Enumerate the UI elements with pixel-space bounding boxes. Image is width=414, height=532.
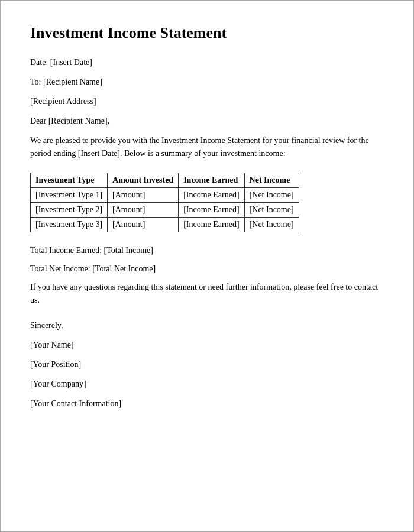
table-cell-1-3: [Net Income]	[244, 202, 299, 217]
col-header-investment-type: Investment Type	[31, 173, 108, 187]
your-name: [Your Name]	[30, 339, 384, 351]
address-line: [Recipient Address]	[30, 95, 384, 108]
table-cell-0-0: [Investment Type 1]	[31, 187, 108, 202]
col-header-income-earned: Income Earned	[179, 173, 244, 187]
salutation: Dear [Recipient Name],	[30, 115, 384, 127]
total-income-line: Total Income Earned: [Total Income]	[30, 244, 384, 257]
table-cell-2-1: [Amount]	[108, 217, 179, 232]
table-cell-0-3: [Net Income]	[244, 187, 299, 202]
table-header-row: Investment Type Amount Invested Income E…	[31, 173, 299, 187]
to-line: To: [Recipient Name]	[30, 76, 384, 88]
your-company: [Your Company]	[30, 378, 384, 390]
table-row: [Investment Type 2][Amount][Income Earne…	[31, 202, 299, 217]
table-cell-1-1: [Amount]	[108, 202, 179, 217]
intro-paragraph: We are pleased to provide you with the I…	[30, 134, 384, 161]
col-header-net-income: Net Income	[244, 173, 299, 187]
document: Investment Income Statement Date: [Inser…	[30, 24, 384, 508]
your-contact: [Your Contact Information]	[30, 397, 384, 410]
table-cell-2-3: [Net Income]	[244, 217, 299, 232]
document-title: Investment Income Statement	[30, 24, 384, 42]
table-cell-1-0: [Investment Type 2]	[31, 202, 108, 217]
table-cell-2-0: [Investment Type 3]	[31, 217, 108, 232]
col-header-amount-invested: Amount Invested	[108, 173, 179, 187]
table-cell-0-1: [Amount]	[108, 187, 179, 202]
table-cell-1-2: [Income Earned]	[179, 202, 244, 217]
your-position: [Your Position]	[30, 358, 384, 371]
closing-paragraph: If you have any questions regarding this…	[30, 281, 384, 307]
table-row: [Investment Type 3][Amount][Income Earne…	[31, 217, 299, 232]
investment-table: Investment Type Amount Invested Income E…	[30, 173, 299, 232]
table-cell-2-2: [Income Earned]	[179, 217, 244, 232]
table-cell-0-2: [Income Earned]	[179, 187, 244, 202]
table-row: [Investment Type 1][Amount][Income Earne…	[31, 187, 299, 202]
sincerely: Sincerely,	[30, 319, 384, 332]
total-net-income-line: Total Net Income: [Total Net Income]	[30, 262, 384, 275]
page-container: Investment Income Statement Date: [Inser…	[0, 0, 414, 532]
date-line: Date: [Insert Date]	[30, 56, 384, 69]
